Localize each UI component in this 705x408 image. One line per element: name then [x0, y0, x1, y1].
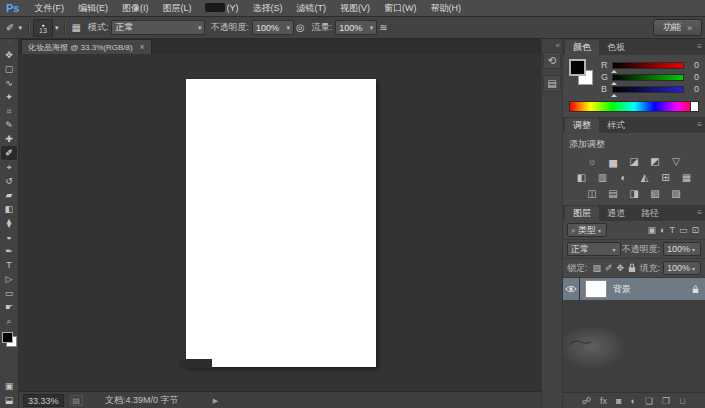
white-swatch[interactable] [690, 102, 698, 111]
exposure-adjustment-icon[interactable]: ◩ [648, 155, 662, 167]
threshold-adjustment-icon[interactable]: ◨ [627, 187, 641, 199]
tab-adjustments[interactable]: 调整 [565, 118, 599, 133]
tab-styles[interactable]: 样式 [599, 118, 633, 133]
lock-transparency-icon[interactable]: ▨ [593, 263, 602, 273]
pen-tool-icon[interactable]: ✒ [1, 244, 17, 258]
color-balance-adjustment-icon[interactable]: ▥ [596, 171, 610, 183]
layer-style-fx-icon[interactable]: fx [600, 396, 607, 406]
marquee-tool-icon[interactable]: ▢ [1, 62, 17, 76]
red-slider[interactable] [612, 62, 684, 69]
zoom-level-field[interactable]: 33.33% [23, 394, 64, 407]
brush-picker-arrow-icon[interactable]: ▾ [53, 24, 61, 32]
type-tool-icon[interactable]: T [1, 258, 17, 272]
menu-help[interactable]: 帮助(H) [423, 2, 468, 15]
menu-type[interactable]: (Y) [198, 3, 245, 13]
properties-panel-icon[interactable]: ▤ [543, 75, 561, 92]
clone-stamp-tool-icon[interactable]: ⌖ [1, 160, 17, 174]
lasso-tool-icon[interactable]: ∿ [1, 76, 17, 90]
zoom-tool-icon[interactable]: ⌕ [1, 314, 17, 328]
color-lookup-adjustment-icon[interactable]: ▦ [680, 171, 694, 183]
toggle-brush-panel-icon[interactable]: ▦ [69, 22, 82, 33]
filter-smart-objects-icon[interactable]: ⊡ [691, 225, 699, 235]
layer-row-background[interactable]: 背景 [563, 278, 705, 300]
eyedropper-tool-icon[interactable]: ✎ [1, 118, 17, 132]
layer-name[interactable]: 背景 [613, 283, 692, 296]
brush-tool-preset-icon[interactable]: ✐ [4, 22, 16, 33]
levels-adjustment-icon[interactable]: ▅ [606, 155, 620, 167]
photo-filter-adjustment-icon[interactable]: ◭ [638, 171, 652, 183]
filter-type-layers-icon[interactable]: T [669, 225, 675, 235]
selective-color-adjustment-icon[interactable]: ▨ [669, 187, 683, 199]
delete-layer-icon[interactable]: ⊔ [679, 396, 686, 406]
color-spectrum-ramp[interactable] [569, 101, 699, 112]
menu-window[interactable]: 窗口(W) [377, 2, 424, 15]
document-tab[interactable]: 化妆品海报 @ 33.3%(RGB/8) × [21, 39, 152, 54]
posterize-adjustment-icon[interactable]: ▤ [606, 187, 620, 199]
lock-all-icon[interactable] [628, 263, 636, 273]
path-selection-tool-icon[interactable]: ▷ [1, 272, 17, 286]
menu-view[interactable]: 视图(V) [333, 2, 377, 15]
eraser-tool-icon[interactable]: ▰ [1, 188, 17, 202]
tab-layers[interactable]: 图层 [565, 206, 599, 221]
close-icon[interactable]: × [140, 42, 145, 52]
lock-position-icon[interactable]: ✥ [617, 263, 625, 273]
pressure-opacity-icon[interactable]: ◎ [294, 22, 307, 33]
black-white-adjustment-icon[interactable]: ◐ [617, 171, 631, 183]
tool-preset-arrow-icon[interactable]: ▾ [16, 24, 24, 32]
blue-value[interactable]: 0 [689, 84, 699, 94]
layer-thumbnail[interactable] [585, 280, 607, 298]
lock-pixels-icon[interactable]: ✐ [605, 263, 613, 273]
layer-visibility-toggle[interactable] [563, 278, 580, 300]
dodge-tool-icon[interactable]: ◒ [1, 230, 17, 244]
gradient-map-adjustment-icon[interactable]: ▧ [648, 187, 662, 199]
blend-mode-select[interactable]: 正常 ▾ [111, 20, 205, 35]
curves-adjustment-icon[interactable]: ◪ [627, 155, 641, 167]
layer-opacity-select[interactable]: 100% ▾ [663, 242, 701, 256]
tab-channels[interactable]: 通道 [599, 206, 633, 221]
link-layers-icon[interactable]: ☍ [582, 396, 591, 406]
vibrance-adjustment-icon[interactable]: ▽ [669, 155, 683, 167]
airbrush-icon[interactable]: ≋ [377, 22, 389, 33]
panel-menu-icon[interactable]: ≡ [697, 208, 702, 217]
brush-tool-icon[interactable]: ✐ [1, 146, 17, 160]
filter-pixel-layers-icon[interactable]: ▣ [647, 225, 656, 235]
new-layer-icon[interactable]: ❐ [662, 396, 670, 406]
history-brush-tool-icon[interactable]: ↺ [1, 174, 17, 188]
red-value[interactable]: 0 [689, 60, 699, 70]
blur-tool-icon[interactable]: ⧫ [1, 216, 17, 230]
move-tool-icon[interactable]: ✥ [1, 48, 17, 62]
crop-tool-icon[interactable]: ⌗ [1, 104, 17, 118]
filter-adjustment-layers-icon[interactable]: ◐ [660, 225, 665, 235]
brush-preset-picker[interactable]: ● 13 [33, 19, 53, 37]
foreground-color-swatch[interactable] [569, 59, 586, 76]
layer-fill-select[interactable]: 100% ▾ [663, 261, 701, 275]
flow-select[interactable]: 100% ▾ [335, 20, 377, 35]
screen-mode-icon[interactable]: ⬓ [1, 393, 17, 407]
add-layer-mask-icon[interactable]: ◙ [616, 396, 621, 406]
menu-edit[interactable]: 编辑(E) [71, 2, 115, 15]
history-panel-icon[interactable]: ⟲ [543, 52, 561, 69]
spot-healing-tool-icon[interactable]: ✚ [1, 132, 17, 146]
quick-mask-icon[interactable]: ▣ [1, 379, 17, 393]
new-group-icon[interactable]: ❏ [645, 396, 653, 406]
shape-tool-icon[interactable]: ▭ [1, 286, 17, 300]
menu-file[interactable]: 文件(F) [27, 2, 71, 15]
status-options-arrow-icon[interactable]: ▶ [213, 397, 218, 405]
gradient-tool-icon[interactable]: ◧ [1, 202, 17, 216]
green-slider[interactable] [612, 74, 684, 81]
layer-blend-mode-select[interactable]: 正常 ▾ [567, 242, 621, 256]
tab-swatches[interactable]: 色板 [599, 40, 633, 55]
panel-grip-icon[interactable]: ⁙ [6, 41, 11, 46]
hand-tool-icon[interactable]: ☛ [1, 300, 17, 314]
hue-saturation-adjustment-icon[interactable]: ◧ [575, 171, 589, 183]
quick-selection-tool-icon[interactable]: ✦ [1, 90, 17, 104]
filter-shape-layers-icon[interactable]: ▭ [679, 225, 688, 235]
tab-color[interactable]: 颜色 [565, 40, 599, 55]
green-value[interactable]: 0 [689, 72, 699, 82]
opacity-select[interactable]: 100% ▾ [252, 20, 294, 35]
panel-menu-icon[interactable]: ≡ [697, 120, 702, 129]
workspace-switcher-button[interactable]: 功能 » [653, 19, 702, 36]
canvas-document[interactable] [186, 79, 376, 367]
menu-select[interactable]: 选择(S) [245, 2, 289, 15]
brightness-contrast-adjustment-icon[interactable]: ☼ [585, 155, 599, 167]
